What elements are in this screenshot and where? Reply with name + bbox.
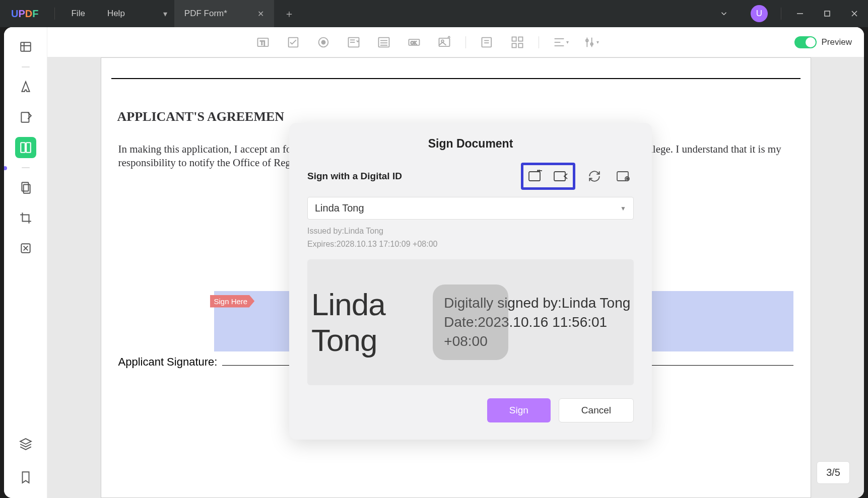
listbox-icon[interactable] — [375, 33, 393, 51]
maximize-button[interactable] — [814, 0, 841, 27]
svg-rect-35 — [512, 43, 516, 47]
svg-rect-33 — [512, 37, 516, 41]
cancel-button[interactable]: Cancel — [559, 398, 634, 422]
menu-file[interactable]: File — [60, 9, 96, 19]
separator — [781, 8, 781, 20]
sidebar-form-icon[interactable] — [15, 137, 36, 158]
main-area: T| OK ▾ ▾ Preview — [47, 27, 864, 498]
tab-dropdown-icon[interactable]: ▾ — [156, 9, 174, 19]
separator — [539, 36, 539, 48]
signature-field-icon[interactable] — [478, 33, 496, 51]
separator — [22, 167, 30, 168]
digital-id-select[interactable]: Linda Tong ▼ — [307, 197, 634, 220]
sidebar-indicator — [4, 166, 7, 170]
signature-preview: Linda Tong Digitally signed by:Linda Ton… — [307, 259, 634, 385]
page-counter[interactable]: 3/5 — [817, 461, 850, 484]
svg-marker-13 — [20, 439, 31, 444]
sidebar-edit-icon[interactable] — [15, 107, 36, 128]
app-logo: UPDF — [11, 8, 38, 20]
sidebar-thumbnails-icon[interactable] — [15, 36, 36, 57]
new-id-icon[interactable] — [525, 167, 546, 185]
sidebar — [4, 27, 47, 498]
radio-icon[interactable] — [314, 33, 332, 51]
agreement-heading: APPLICANT'S AGREEMEN — [117, 109, 800, 124]
svg-rect-44 — [529, 172, 540, 181]
refresh-icon[interactable] — [584, 167, 605, 185]
sidebar-layers-icon[interactable] — [15, 434, 36, 455]
chevron-down-icon[interactable] — [710, 0, 738, 27]
close-button[interactable] — [841, 0, 868, 27]
id-action-highlight — [521, 163, 575, 190]
view-id-icon[interactable] — [614, 167, 634, 185]
menu-help[interactable]: Help — [96, 9, 136, 19]
add-tab-icon[interactable]: ＋ — [274, 7, 304, 21]
sign-button[interactable]: Sign — [487, 398, 551, 422]
svg-rect-30 — [482, 37, 492, 47]
sign-here-tag: Sign Here — [210, 295, 255, 308]
preview-watermark-icon — [433, 284, 508, 360]
close-tab-icon[interactable]: ✕ — [257, 9, 264, 19]
text-field-icon[interactable]: T| — [254, 33, 272, 51]
sidebar-tools-icon[interactable] — [15, 238, 36, 259]
button-field-icon[interactable]: OK — [405, 33, 423, 51]
import-id-icon[interactable] — [551, 167, 571, 185]
preview-label: Preview — [822, 37, 852, 47]
tab-title: PDF Form* — [184, 9, 227, 19]
svg-rect-8 — [21, 143, 25, 153]
align-icon[interactable]: ▾ — [551, 33, 569, 51]
form-tools-icon[interactable]: ▾ — [581, 33, 599, 51]
separator — [54, 8, 55, 20]
sign-document-dialog: Sign Document Sign with a Digital ID — [289, 123, 652, 440]
svg-text:T|: T| — [260, 39, 265, 45]
dialog-subtitle: Sign with a Digital ID — [307, 171, 402, 182]
svg-rect-34 — [519, 37, 523, 41]
svg-point-51 — [627, 178, 628, 180]
svg-rect-11 — [23, 185, 30, 193]
selected-id-name: Linda Tong — [315, 202, 364, 214]
user-avatar[interactable]: U — [751, 5, 768, 22]
svg-text:OK: OK — [411, 40, 417, 45]
expires: Expires:2028.10.13 17:10:09 +08:00 — [307, 238, 634, 251]
svg-rect-4 — [21, 42, 31, 51]
signature-field-2[interactable] — [632, 291, 793, 351]
preview-toggle[interactable] — [794, 36, 817, 48]
svg-rect-10 — [22, 182, 28, 191]
preview-name: Linda Tong — [311, 287, 444, 358]
svg-rect-28 — [439, 38, 450, 46]
sidebar-pages-icon[interactable] — [15, 177, 36, 198]
form-toolbar: T| OK ▾ ▾ Preview — [47, 27, 864, 57]
document-tab[interactable]: PDF Form* ✕ — [174, 0, 274, 27]
separator — [22, 66, 30, 67]
image-field-icon[interactable] — [435, 33, 453, 51]
id-metadata: Issued by:Linda Tong Expires:2028.10.13 … — [307, 225, 634, 250]
sidebar-comment-icon[interactable] — [15, 77, 36, 98]
svg-rect-7 — [21, 112, 29, 122]
svg-rect-1 — [825, 11, 830, 16]
dropdown-icon[interactable] — [345, 33, 363, 51]
barcode-icon[interactable] — [508, 33, 526, 51]
sidebar-crop-icon[interactable] — [15, 207, 36, 229]
separator — [465, 36, 466, 48]
dialog-title: Sign Document — [307, 137, 634, 151]
sidebar-bookmark-icon[interactable] — [15, 467, 36, 488]
titlebar: UPDF File Help ▾ PDF Form* ✕ ＋ U — [0, 0, 868, 27]
signature-label-1: Applicant Signature: — [118, 355, 218, 369]
issued-by: Issued by:Linda Tong — [307, 225, 634, 238]
document-viewport[interactable]: APPLICANT'S AGREEMEN In making this appl… — [47, 57, 864, 498]
chevron-down-icon: ▼ — [620, 205, 626, 212]
svg-rect-9 — [26, 143, 31, 153]
checkbox-icon[interactable] — [284, 33, 302, 51]
svg-rect-36 — [519, 43, 523, 47]
svg-point-18 — [322, 40, 325, 44]
minimize-button[interactable] — [786, 0, 814, 27]
